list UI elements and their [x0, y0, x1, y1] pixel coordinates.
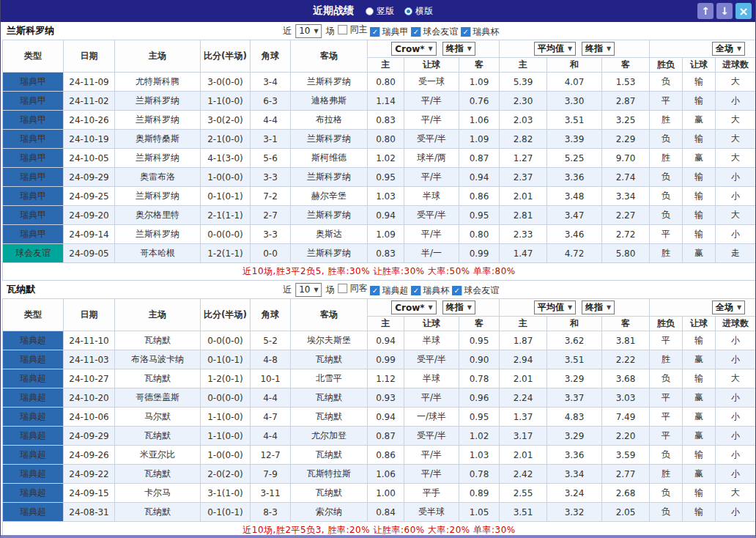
col-asian-home: 主 [368, 58, 404, 73]
away-team[interactable]: 索尔纳 [291, 503, 368, 522]
corners: 4-8 [251, 350, 291, 369]
asian-odds-away: 0.78 [459, 369, 500, 388]
home-team[interactable]: 米亚尔比 [115, 446, 201, 465]
home-team[interactable]: 奥尔格里特 [115, 206, 201, 225]
corners: 3-3 [251, 225, 291, 244]
asian-odds-away: 1.02 [459, 427, 500, 446]
away-team[interactable]: 瓦纳默 [291, 446, 368, 465]
away-team[interactable]: 尤尔加登 [291, 427, 368, 446]
europe-final-odds-select[interactable]: 终指 ▼ [582, 301, 615, 314]
result: 平 [650, 331, 683, 350]
home-team[interactable]: 兰斯科罗纳 [115, 111, 201, 130]
away-team[interactable]: 瓦纳默 [291, 388, 368, 408]
scope-select[interactable]: 全场 ▼ [712, 42, 745, 56]
filter-checkbox[interactable]: ✓球会友谊 [411, 26, 458, 38]
match-count-select[interactable]: 10 ▼ [295, 24, 322, 38]
away-team[interactable]: 赫尔辛堡 [291, 187, 368, 206]
home-team[interactable]: 布洛马波卡纳 [115, 350, 201, 369]
filter-checkbox[interactable]: ✓瑞典甲 [371, 26, 409, 38]
away-team[interactable]: 瓦纳默 [291, 408, 368, 427]
europe-final-odds-select[interactable]: 终指 ▼ [582, 42, 615, 56]
match-row: 瑞典超24-09-26米亚尔比1-0(0-0)12-7瓦纳默0.86平/半1.0… [3, 446, 756, 465]
asian-odds-home: 1.14 [368, 92, 404, 111]
col-corner: 角球 [251, 40, 291, 73]
asian-final-odds-select[interactable]: 终指 ▼ [442, 301, 475, 314]
home-team[interactable]: 奥雷布洛 [115, 168, 201, 187]
home-team[interactable]: 瓦纳默 [115, 427, 201, 446]
away-team[interactable]: 兰斯科罗纳 [291, 73, 368, 92]
chevron-down-icon: ▼ [568, 45, 572, 52]
asian-odds-away: 0.96 [459, 388, 500, 408]
scope-select[interactable]: 全场 ▼ [712, 301, 745, 314]
asian-final-odds-select[interactable]: 终指 ▼ [442, 42, 475, 56]
handicap-result: 输 [683, 206, 716, 225]
layout-radio-vertical[interactable]: 竖版 [366, 5, 394, 18]
league-badge: 瑞典超 [3, 503, 64, 522]
away-team[interactable]: 瓦斯特拉斯 [291, 465, 368, 484]
away-team[interactable]: 兰斯科罗纳 [291, 130, 368, 149]
result: 胜 [650, 465, 683, 484]
col-goals: 进球数 [716, 317, 756, 331]
away-team[interactable]: 兰斯科罗纳 [291, 168, 368, 187]
filter-checkbox[interactable]: ✓瑞典杯 [411, 284, 449, 297]
corners: 5-2 [251, 331, 291, 350]
home-team[interactable]: 奥斯特桑斯 [115, 130, 201, 149]
home-team[interactable]: 兰斯科罗纳 [115, 149, 201, 168]
away-team[interactable]: 布拉格 [291, 111, 368, 130]
home-team[interactable]: 卡尔马 [115, 484, 201, 503]
europe-odds-away: 9.70 [602, 149, 650, 168]
layout-radio-horizontal[interactable]: 横版 [404, 5, 433, 18]
away-team[interactable]: 埃尔夫斯堡 [291, 331, 368, 350]
filter-checkbox[interactable]: ✓瑞典杯 [461, 26, 499, 38]
home-team[interactable]: 哥德堡盖斯 [115, 388, 201, 408]
away-team[interactable]: 斯柯维德 [291, 149, 368, 168]
away-team[interactable]: 瓦纳默 [291, 350, 368, 369]
average-odds-select[interactable]: 平均值 ▼ [534, 301, 576, 314]
league-badge: 瑞典超 [3, 465, 64, 484]
home-team[interactable]: 瓦纳默 [115, 503, 201, 522]
europe-odds-home: 2.55 [500, 484, 547, 503]
asian-odds-home: 1.09 [368, 225, 404, 244]
goals-result: 大 [716, 73, 756, 92]
col-handicap: 让球 [404, 58, 459, 73]
match-date: 24-08-31 [64, 503, 115, 522]
match-count-select[interactable]: 10 ▼ [295, 283, 322, 297]
away-team[interactable]: 迪格弗斯 [291, 92, 368, 111]
home-team[interactable]: 兰斯科罗纳 [115, 225, 201, 244]
filter-checkbox[interactable]: ✓球会友谊 [452, 284, 499, 297]
home-team[interactable]: 瓦纳默 [115, 465, 201, 484]
away-team[interactable]: 兰斯科罗纳 [291, 244, 368, 263]
average-odds-select[interactable]: 平均值 ▼ [534, 42, 576, 56]
asian-odds-group: Crow* ▼ 终指 ▼ [368, 40, 500, 58]
handicap: 半球 [404, 369, 459, 388]
filter-checkbox[interactable]: ✓瑞典超 [371, 284, 409, 297]
away-team[interactable]: 北雪平 [291, 369, 368, 388]
asian-odds-away: 0.95 [459, 331, 500, 350]
asian-odds-away: 0.95 [459, 408, 500, 427]
topbar: 近期战绩 竖版 横版 ↑ ↓ × [1, 0, 755, 22]
home-team[interactable]: 马尔默 [115, 408, 201, 427]
home-team[interactable]: 瓦纳默 [115, 331, 201, 350]
home-team[interactable]: 兰斯科罗纳 [115, 92, 201, 111]
match-row: 瑞典超24-09-29瓦纳默1-1(0-0)4-4尤尔加登0.87受平/半1.0… [3, 427, 756, 446]
close-button[interactable]: × [735, 3, 752, 19]
filter-checkbox[interactable]: 同主 [338, 23, 368, 36]
bookmaker-select[interactable]: Crow* ▼ [391, 301, 437, 314]
bookmaker-select[interactable]: Crow* ▼ [391, 42, 437, 56]
away-team[interactable]: 兰斯科罗纳 [291, 206, 368, 225]
asian-odds-away: 0.80 [459, 225, 500, 244]
col-goals: 进球数 [716, 58, 756, 73]
away-team[interactable]: 瓦纳默 [291, 484, 368, 503]
league-badge: 瑞典甲 [3, 130, 64, 149]
home-team[interactable]: 尤特斯科腾 [115, 73, 201, 92]
goals-result: 小 [716, 168, 756, 187]
home-team[interactable]: 瓦纳默 [115, 369, 201, 388]
score: 1-1(0-0) [201, 408, 251, 427]
home-team[interactable]: 哥本哈根 [115, 244, 201, 263]
move-down-button[interactable]: ↓ [716, 3, 733, 19]
asian-odds-home: 0.95 [368, 168, 404, 187]
move-up-button[interactable]: ↑ [697, 3, 714, 19]
away-team[interactable]: 奥斯达 [291, 225, 368, 244]
home-team[interactable]: 兰斯科罗纳 [115, 187, 201, 206]
filter-checkbox[interactable]: 同客 [338, 282, 368, 295]
